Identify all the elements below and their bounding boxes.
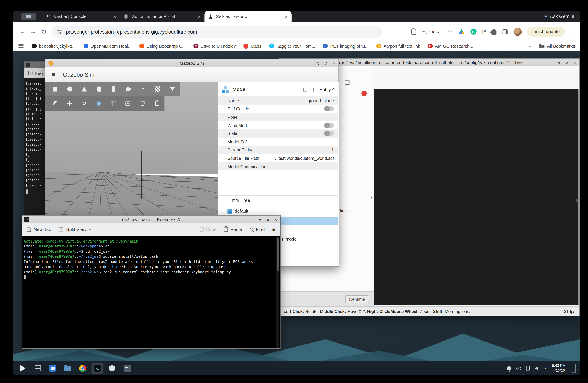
virtual-desktops-button[interactable] <box>32 363 43 374</box>
minimize-button[interactable]: ∨ <box>258 217 262 222</box>
bookmark-kaggle-your-hom[interactable]: kKaggle: Your Hom... <box>269 43 315 48</box>
panel-collapse-left-icon[interactable]: ‹ <box>371 194 373 201</box>
tray-expand-icon[interactable]: ∧ <box>545 366 547 370</box>
pause-icon[interactable] <box>311 88 314 91</box>
bookmark-benbalter-jekyll-b[interactable]: benbalter/jekyll-b... <box>32 43 76 48</box>
browser-tab-selkies-webrtc[interactable]: Selkies - webrtc× <box>205 11 291 22</box>
point-light-button[interactable]: ☀ <box>136 82 150 96</box>
forward-button[interactable]: → <box>28 26 39 37</box>
copy-button[interactable]: Copy <box>200 227 216 232</box>
hamburger-menu-icon[interactable]: ≡ <box>52 71 55 78</box>
new-tab-icon[interactable] <box>28 71 32 75</box>
new-tab-button[interactable]: + <box>17 11 21 17</box>
bookmark-star-icon[interactable]: ☆ <box>447 28 453 35</box>
apps-grid-icon[interactable] <box>18 43 24 49</box>
site-settings-icon[interactable] <box>57 29 62 34</box>
browser-menu-icon[interactable]: ⋮ <box>570 29 576 35</box>
bookmark-save-to-mendeley[interactable]: MSave to Mendeley <box>193 43 236 48</box>
konsole-menu-button[interactable]: ≡ <box>272 227 275 232</box>
scrollbar[interactable] <box>276 237 279 348</box>
cylinder-shape-button[interactable] <box>92 82 106 96</box>
entity-item-partial-label[interactable]: t_model <box>282 237 297 241</box>
reload-button[interactable]: ↻ <box>39 26 49 37</box>
property-row-static[interactable]: Static <box>218 129 338 137</box>
new-tab-button[interactable]: New Tab <box>27 227 51 232</box>
omnibox[interactable]: passenger-profession-representations-gig… <box>52 25 382 38</box>
gazebo-app-button[interactable] <box>106 363 118 374</box>
rviz-3d-view[interactable]: › <box>374 89 578 306</box>
box-shape-button[interactable] <box>48 82 63 96</box>
terminal[interactable]: Activated conda/uv virtual environment a… <box>22 236 280 348</box>
property-row-parent-entity[interactable]: Parent Entity1 <box>218 146 338 154</box>
directional-light-button[interactable] <box>150 82 165 96</box>
clock[interactable]: 5:43 PM 4/16/26 <box>552 364 566 373</box>
bookmark-maps[interactable]: Maps <box>243 43 261 48</box>
wind-mode-toggle[interactable] <box>324 123 334 128</box>
property-row-model-sdf[interactable]: Model Sdf <box>218 138 338 146</box>
bookmark-atypon-full-text-link[interactable]: AAtypon full text link <box>376 43 420 48</box>
spot-light-button[interactable] <box>165 82 180 96</box>
panel-collapse-right-icon[interactable]: › <box>576 197 578 204</box>
cone-shape-button[interactable] <box>77 82 92 96</box>
property-row-self-collide[interactable]: Self Collide <box>218 105 338 113</box>
profile-avatar[interactable] <box>513 28 522 36</box>
property-row-wind-mode[interactable]: Wind Mode <box>218 121 338 129</box>
grid-view-button[interactable] <box>106 96 121 111</box>
sphere-shape-button[interactable] <box>63 82 77 96</box>
gazebo-kebab-menu-icon[interactable]: ⋮ <box>327 71 333 78</box>
back-button[interactable]: ← <box>17 26 28 37</box>
maximize-button[interactable]: ∧ <box>566 60 569 65</box>
rename-button[interactable]: Rename <box>345 295 369 303</box>
files-app-button[interactable] <box>47 363 58 374</box>
rviz-app-button[interactable] <box>121 363 133 374</box>
close-button[interactable]: × <box>333 61 336 66</box>
ellipsoid-shape-button[interactable] <box>121 82 136 96</box>
all-bookmarks-button[interactable]: All Bookmarks <box>539 44 575 48</box>
maximize-button[interactable]: ∧ <box>325 61 328 66</box>
find-button[interactable]: Find <box>250 227 265 232</box>
split-view-button[interactable]: Split View ∨ <box>59 227 91 232</box>
bookmarks-overflow-icon[interactable]: » <box>528 43 531 49</box>
expand-icon[interactable]: + <box>222 115 225 119</box>
snap-tool-button[interactable] <box>91 96 106 111</box>
property-row-model-canonical-link[interactable]: Model Canonical Link <box>218 162 338 171</box>
browser-tab-vast-ai-console[interactable]: VVast.ai | Console× <box>42 11 120 22</box>
extensions-puzzle-icon[interactable] <box>491 30 496 35</box>
new-tab-label[interactable]: New <box>35 71 43 75</box>
bookmark-pet-imaging-of-tu[interactable]: PPET imaging of tu... <box>323 43 369 48</box>
capsule-shape-button[interactable] <box>106 82 121 96</box>
remote-desktop[interactable]: New [parametint/cmd_[paramettion_joi[cre… <box>13 51 580 376</box>
copy-tool-button[interactable] <box>135 96 150 111</box>
clipboard-icon[interactable] <box>411 29 416 35</box>
finish-update-button[interactable]: Finish update <box>527 27 565 37</box>
close-button[interactable]: × <box>274 217 277 222</box>
self-collide-toggle[interactable] <box>324 107 334 111</box>
terminal-app-button[interactable] <box>92 363 103 374</box>
install-button[interactable]: Install <box>421 29 441 34</box>
p-extension-icon[interactable]: P <box>482 29 486 35</box>
side-panel-icon[interactable] <box>502 29 508 34</box>
chrome-button[interactable] <box>77 363 88 374</box>
drive-extension-icon[interactable] <box>459 29 465 34</box>
add-entity-icon[interactable]: + <box>331 197 334 204</box>
rotate-tool-button[interactable]: ↻ <box>77 96 91 111</box>
minimize-button[interactable]: ∨ <box>317 61 320 66</box>
paste-tool-button[interactable] <box>150 96 164 111</box>
screenshot-button[interactable] <box>121 96 135 111</box>
close-button[interactable]: × <box>574 60 576 65</box>
scrollbar-thumb[interactable] <box>277 237 279 271</box>
volume-icon[interactable] <box>535 366 540 370</box>
ask-gemini-button[interactable]: ✦ Ask Gemini <box>544 11 574 22</box>
privacy-eye-icon[interactable] <box>516 366 521 370</box>
select-tool-button[interactable] <box>48 96 62 111</box>
bookmark-openmd-com-heal[interactable]: +OpenMD.com Heal... <box>84 43 132 48</box>
property-row-name[interactable]: Nameground_plane <box>218 96 338 105</box>
notifications-bell-icon[interactable] <box>507 366 511 370</box>
property-row-pose[interactable]: +Pose <box>218 113 338 121</box>
bookmark-amigo-research[interactable]: RAMIGO Research... <box>428 43 473 48</box>
tab-close-button[interactable]: × <box>285 14 288 19</box>
url[interactable]: passenger-profession-representations-gig… <box>66 29 197 35</box>
app-launcher-button[interactable] <box>17 363 28 374</box>
remove-display-button[interactable] <box>361 91 367 96</box>
bookmark-using-bootstrap-c[interactable]: Using Bootstrap C... <box>139 43 186 48</box>
